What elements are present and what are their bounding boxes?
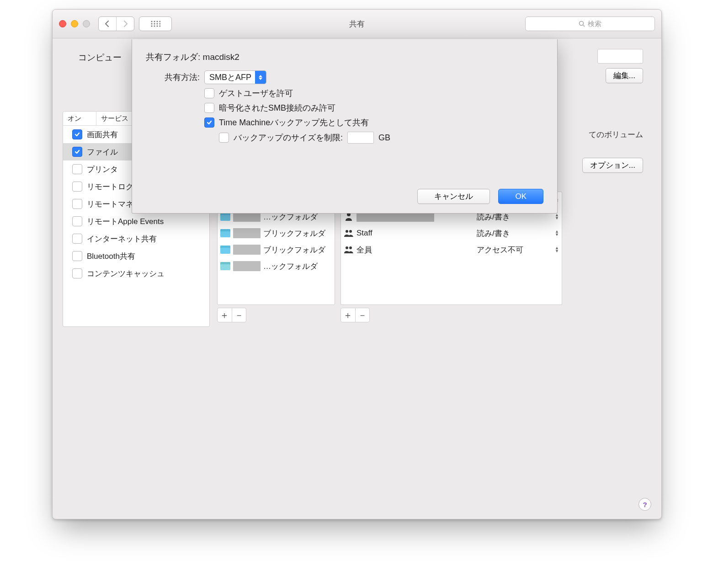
timemachine-checkbox[interactable] (204, 118, 214, 128)
users-add-remove: ＋ － (341, 308, 370, 322)
traffic-lights (59, 20, 90, 27)
folder-icon (220, 246, 230, 254)
forward-button[interactable] (116, 17, 134, 31)
grid-icon (150, 20, 160, 27)
svg-line-13 (583, 25, 585, 27)
permission-row[interactable]: アクセス不可 ▲▼ (474, 241, 562, 258)
ok-button[interactable]: OK (498, 189, 543, 204)
folder-name: ブリックフォルダ (263, 228, 325, 239)
help-button[interactable]: ? (639, 498, 651, 511)
computer-name-field[interactable] (597, 49, 643, 64)
user-name: Staff (356, 229, 372, 238)
svg-point-2 (156, 21, 158, 22)
checkbox-icon[interactable] (72, 129, 82, 139)
share-method-popup[interactable]: SMBとAFP (204, 70, 266, 84)
limit-size-unit: GB (378, 133, 390, 143)
folder-row[interactable]: …ックフォルダ (218, 258, 335, 274)
search-icon (579, 21, 585, 27)
guest-users-label: ゲストユーザを許可 (219, 88, 293, 99)
limit-size-field[interactable] (347, 132, 374, 144)
service-label: Bluetooth共有 (87, 251, 135, 262)
folder-name: …ックフォルダ (263, 261, 318, 272)
svg-point-7 (159, 23, 160, 24)
service-row[interactable]: Bluetooth共有 (63, 247, 209, 265)
svg-point-1 (154, 21, 155, 22)
checkbox-icon[interactable] (72, 164, 82, 174)
back-button[interactable] (99, 17, 116, 31)
group-icon (344, 228, 354, 238)
service-label: 画面共有 (87, 129, 118, 140)
close-window-button[interactable] (59, 20, 66, 27)
svg-point-3 (159, 21, 160, 22)
edit-button[interactable]: 編集... (606, 68, 643, 83)
svg-point-12 (580, 21, 584, 26)
add-folder-button[interactable]: ＋ (218, 308, 232, 322)
svg-point-5 (154, 23, 155, 24)
share-method-value: SMBとAFP (209, 72, 251, 83)
folder-icon (220, 213, 230, 221)
user-row[interactable]: 全員 (341, 241, 474, 258)
volume-hint: てのボリューム (589, 129, 643, 140)
services-col-service: サービス (96, 112, 133, 125)
permission-label: アクセス不可 (477, 245, 523, 255)
permission-row[interactable]: 読み/書き ▲▼ (474, 225, 562, 241)
folder-name: ブリックフォルダ (263, 245, 325, 255)
stepper-icon[interactable]: ▲▼ (555, 230, 559, 236)
cancel-button[interactable]: キャンセル (417, 189, 490, 204)
svg-point-8 (151, 25, 152, 27)
remove-user-button[interactable]: － (355, 308, 370, 322)
svg-point-6 (156, 23, 158, 24)
user-name: 全員 (356, 245, 372, 255)
computer-name-label: コンピュー (78, 52, 122, 64)
svg-point-11 (159, 25, 160, 27)
nav-back-forward (98, 16, 134, 31)
service-label: プリンタ (87, 164, 118, 175)
checkbox-icon[interactable] (72, 147, 82, 157)
svg-point-9 (154, 25, 155, 27)
smb-encrypt-label: 暗号化されたSMB接続のみ許可 (219, 102, 335, 113)
checkbox-icon[interactable] (72, 251, 82, 261)
service-row[interactable]: コンテンツキャッシュ (63, 265, 209, 282)
folder-row[interactable]: ブリックフォルダ (218, 241, 335, 258)
checkbox-icon[interactable] (72, 182, 82, 192)
limit-size-label: バックアップのサイズを制限: (234, 132, 343, 143)
guest-users-checkbox[interactable] (204, 88, 214, 98)
permission-label: 読み/書き (477, 228, 510, 239)
sheet-title: 共有フォルダ: macdisk2 (146, 51, 543, 63)
remove-folder-button[interactable]: － (232, 308, 246, 322)
svg-point-4 (151, 23, 152, 24)
folder-icon (220, 262, 230, 270)
folder-row[interactable]: ブリックフォルダ (218, 225, 335, 241)
stepper-icon[interactable]: ▲▼ (555, 214, 559, 220)
smb-encrypt-checkbox[interactable] (204, 103, 214, 113)
service-label: インターネット共有 (87, 234, 157, 244)
minimize-window-button[interactable] (71, 20, 78, 27)
service-row[interactable]: インターネット共有 (63, 230, 209, 247)
services-col-on: オン (63, 112, 96, 125)
checkbox-icon[interactable] (72, 234, 82, 244)
zoom-window-button[interactable] (83, 20, 90, 27)
checkbox-icon[interactable] (72, 268, 82, 278)
service-row[interactable]: リモートApple Events (63, 213, 209, 230)
service-label: ファイル (87, 147, 118, 157)
add-user-button[interactable]: ＋ (341, 308, 355, 322)
svg-point-10 (156, 25, 158, 27)
titlebar: 共有 検索 (53, 10, 661, 38)
stepper-icon[interactable]: ▲▼ (555, 246, 559, 253)
timemachine-label: Time Machineバックアップ先として共有 (219, 117, 369, 128)
options-button[interactable]: オプション... (582, 158, 643, 173)
search-field[interactable]: 検索 (525, 16, 655, 31)
folder-options-sheet: 共有フォルダ: macdisk2 共有方法: SMBとAFP ゲストユーザを許可… (132, 39, 558, 214)
checkbox-icon[interactable] (72, 216, 82, 226)
show-all-button[interactable] (139, 16, 172, 31)
svg-point-0 (151, 21, 152, 22)
user-row[interactable]: Staff (341, 225, 474, 241)
service-label: コンテンツキャッシュ (87, 268, 165, 279)
limit-size-checkbox[interactable] (219, 133, 229, 143)
search-placeholder: 検索 (588, 20, 601, 28)
checkbox-icon[interactable] (72, 199, 82, 209)
group-icon (344, 245, 354, 255)
service-label: リモートApple Events (87, 216, 164, 227)
popup-arrows-icon (255, 71, 266, 84)
share-method-label: 共有方法: (146, 72, 200, 83)
